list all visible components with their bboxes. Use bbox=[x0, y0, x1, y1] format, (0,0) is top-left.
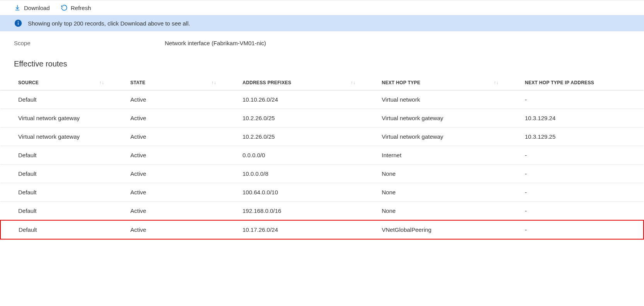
scope-row: Scope Network interface (Fabrikam-VM01-n… bbox=[0, 31, 644, 49]
table-cell-state: Active bbox=[113, 183, 225, 202]
scope-label: Scope bbox=[14, 40, 165, 46]
column-header-next-hop-type[interactable]: Next Hop Type ↑↓ bbox=[364, 75, 507, 90]
sort-icon: ↑↓ bbox=[350, 80, 355, 85]
table-cell-prefix: 0.0.0.0/0 bbox=[225, 146, 364, 165]
table-cell-state: Active bbox=[113, 146, 225, 165]
table-cell-prefix: 10.2.26.0/25 bbox=[225, 109, 364, 128]
download-icon bbox=[14, 4, 21, 11]
table-row[interactable]: DefaultActive10.17.26.0/24VNetGlobalPeer… bbox=[0, 220, 644, 239]
sort-icon: ↑↓ bbox=[494, 80, 499, 85]
table-cell-next_hop: Virtual network gateway bbox=[364, 128, 507, 146]
table-cell-ip: - bbox=[507, 183, 644, 202]
column-header-source[interactable]: Source ↑↓ bbox=[0, 75, 113, 90]
table-cell-source: Default bbox=[0, 165, 113, 183]
download-label: Download bbox=[24, 5, 50, 11]
table-cell-source: Default bbox=[0, 202, 113, 221]
table-cell-ip: - bbox=[507, 90, 644, 109]
column-header-address-prefixes[interactable]: Address Prefixes ↑↓ bbox=[225, 75, 364, 90]
column-header-state[interactable]: State ↑↓ bbox=[113, 75, 225, 90]
table-cell-prefix: 10.2.26.0/25 bbox=[225, 128, 364, 146]
sort-icon: ↑↓ bbox=[211, 80, 216, 85]
table-cell-state: Active bbox=[113, 109, 225, 128]
table-cell-source: Default bbox=[0, 90, 113, 109]
svg-point-2 bbox=[18, 21, 19, 22]
table-cell-ip: - bbox=[507, 202, 644, 221]
table-cell-source: Virtual network gateway bbox=[0, 109, 113, 128]
table-cell-next_hop: None bbox=[364, 202, 507, 221]
info-banner: Showing only top 200 records, click Down… bbox=[0, 15, 644, 31]
table-cell-next_hop: Virtual network gateway bbox=[364, 109, 507, 128]
table-cell-source: Virtual network gateway bbox=[0, 128, 113, 146]
table-row[interactable]: DefaultActive0.0.0.0/0Internet- bbox=[0, 146, 644, 165]
table-cell-next_hop: Virtual network bbox=[364, 90, 507, 109]
table-row[interactable]: DefaultActive10.10.26.0/24Virtual networ… bbox=[0, 90, 644, 109]
refresh-icon bbox=[61, 4, 68, 11]
routes-table: Source ↑↓ State ↑↓ Address Prefixes ↑↓ N… bbox=[0, 75, 644, 240]
table-cell-prefix: 10.10.26.0/24 bbox=[225, 90, 364, 109]
table-cell-ip: 10.3.129.24 bbox=[507, 109, 644, 128]
table-row[interactable]: DefaultActive10.0.0.0/8None- bbox=[0, 165, 644, 183]
section-title: Effective routes bbox=[0, 49, 644, 75]
table-cell-source: Default bbox=[0, 183, 113, 202]
table-cell-next_hop: VNetGlobalPeering bbox=[364, 220, 507, 239]
table-cell-next_hop: None bbox=[364, 165, 507, 183]
table-cell-next_hop: Internet bbox=[364, 146, 507, 165]
table-cell-prefix: 10.17.26.0/24 bbox=[225, 220, 364, 239]
toolbar: Download Refresh bbox=[0, 0, 644, 15]
sort-icon: ↑↓ bbox=[99, 80, 104, 85]
table-cell-ip: - bbox=[507, 220, 644, 239]
table-row[interactable]: Virtual network gatewayActive10.2.26.0/2… bbox=[0, 128, 644, 146]
table-cell-ip: - bbox=[507, 146, 644, 165]
svg-rect-1 bbox=[18, 22, 19, 25]
table-cell-ip: 10.3.129.25 bbox=[507, 128, 644, 146]
info-banner-text: Showing only top 200 records, click Down… bbox=[28, 20, 190, 27]
column-header-next-hop-ip[interactable]: Next Hop Type IP Address bbox=[507, 75, 644, 90]
table-cell-source: Default bbox=[0, 220, 113, 239]
table-row[interactable]: Virtual network gatewayActive10.2.26.0/2… bbox=[0, 109, 644, 128]
table-cell-state: Active bbox=[113, 128, 225, 146]
table-row[interactable]: DefaultActive100.64.0.0/10None- bbox=[0, 183, 644, 202]
table-cell-state: Active bbox=[113, 90, 225, 109]
scope-value: Network interface (Fabrikam-VM01-nic) bbox=[165, 40, 266, 46]
refresh-button[interactable]: Refresh bbox=[61, 4, 91, 11]
table-row[interactable]: DefaultActive192.168.0.0/16None- bbox=[0, 202, 644, 221]
table-cell-state: Active bbox=[113, 165, 225, 183]
table-cell-source: Default bbox=[0, 146, 113, 165]
table-cell-prefix: 10.0.0.0/8 bbox=[225, 165, 364, 183]
table-cell-prefix: 100.64.0.0/10 bbox=[225, 183, 364, 202]
table-cell-ip: - bbox=[507, 165, 644, 183]
info-icon bbox=[14, 19, 22, 27]
table-cell-prefix: 192.168.0.0/16 bbox=[225, 202, 364, 221]
refresh-label: Refresh bbox=[71, 5, 91, 11]
table-cell-next_hop: None bbox=[364, 183, 507, 202]
table-cell-state: Active bbox=[113, 202, 225, 221]
download-button[interactable]: Download bbox=[14, 4, 50, 11]
table-cell-state: Active bbox=[113, 220, 225, 239]
